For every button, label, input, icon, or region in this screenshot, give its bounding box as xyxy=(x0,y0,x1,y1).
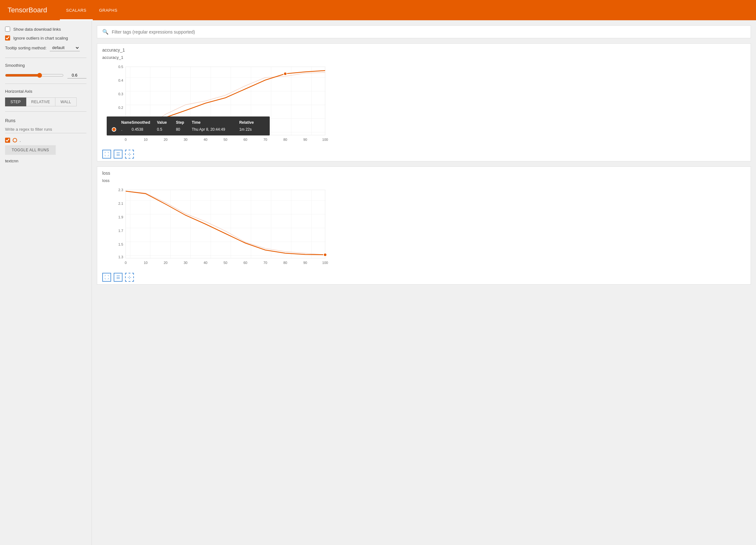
svg-text:0.3: 0.3 xyxy=(118,92,123,96)
loss-section-title: loss xyxy=(97,167,751,176)
ignore-outliers-row: Ignore outliers in chart scaling xyxy=(5,35,86,41)
runs-section: Runs . TOGGLE ALL RUNS textcnn xyxy=(5,118,86,163)
divider-2 xyxy=(5,84,86,84)
svg-text:100: 100 xyxy=(322,261,328,265)
loss-svg: 2.3 2.1 1.9 1.7 1.5 1.3 0 10 20 30 40 50… xyxy=(110,187,331,269)
smoothing-slider[interactable] xyxy=(5,73,64,78)
tooltip-col-name: Name xyxy=(121,120,132,125)
main-layout: Show data download links Ignore outliers… xyxy=(0,20,756,545)
svg-text:0.4: 0.4 xyxy=(118,78,123,82)
svg-text:20: 20 xyxy=(164,138,167,141)
run-radio-dot[interactable] xyxy=(13,138,17,142)
svg-text:10: 10 xyxy=(144,138,148,141)
svg-text:1.9: 1.9 xyxy=(118,215,123,219)
tooltip-data-row: . 0.4538 0.5 80 Thu Apr 8, 20:44:49 1m 2… xyxy=(112,127,265,132)
loss-chart-controls: ⛶ ☰ ⊹ xyxy=(97,270,751,284)
app-logo: TensorBoard xyxy=(8,6,47,14)
svg-text:0: 0 xyxy=(125,261,127,265)
horizontal-axis-label: Horizontal Axis xyxy=(5,89,86,94)
svg-text:80: 80 xyxy=(283,138,287,141)
svg-rect-18 xyxy=(126,190,325,258)
svg-text:40: 40 xyxy=(204,138,207,141)
tooltip-step-value: 80 xyxy=(176,127,192,132)
runs-filter-input[interactable] xyxy=(5,126,86,133)
textcnn-label: textcnn xyxy=(5,159,86,163)
svg-text:30: 30 xyxy=(184,138,187,141)
tooltip-time-value: Thu Apr 8, 20:44:49 xyxy=(192,127,239,132)
svg-text:50: 50 xyxy=(224,261,227,265)
chart-tooltip: Name Smoothed Value Step Time Relative .… xyxy=(107,116,270,135)
svg-text:90: 90 xyxy=(303,138,307,141)
axis-buttons: STEP RELATIVE WALL xyxy=(5,97,86,106)
tooltip-col-step: Step xyxy=(176,120,192,125)
accuracy-list-btn[interactable]: ☰ xyxy=(114,150,123,159)
svg-text:2.1: 2.1 xyxy=(118,202,123,205)
svg-text:30: 30 xyxy=(184,261,187,265)
tooltip-header: Name Smoothed Value Step Time Relative xyxy=(112,120,265,125)
accuracy-crosshair-btn[interactable]: ⊹ xyxy=(125,150,134,159)
loss-chart-card: loss loss 2.3 2.1 1.9 1.7 1.5 1 xyxy=(97,166,751,285)
svg-text:1.5: 1.5 xyxy=(118,242,123,246)
sidebar: Show data download links Ignore outliers… xyxy=(0,20,92,545)
ignore-outliers-checkbox[interactable] xyxy=(5,35,10,41)
smoothing-value-input[interactable] xyxy=(67,72,86,78)
smoothing-row xyxy=(5,72,86,78)
show-download-label: Show data download links xyxy=(13,27,61,32)
svg-text:100: 100 xyxy=(322,138,328,141)
loss-inner-title: loss xyxy=(97,176,751,184)
smoothing-label: Smoothing xyxy=(5,63,86,68)
tooltip-col-icon xyxy=(112,120,121,125)
show-download-row: Show data download links xyxy=(5,27,86,32)
svg-text:70: 70 xyxy=(263,138,267,141)
svg-text:60: 60 xyxy=(243,138,247,141)
svg-text:1.7: 1.7 xyxy=(118,229,123,233)
tooltip-col-time: Time xyxy=(192,120,239,125)
filter-tags-input[interactable] xyxy=(112,29,746,34)
content-area: 🔍 accuracy_1 accuracy_1 0.5 0. xyxy=(92,20,756,545)
svg-text:2.3: 2.3 xyxy=(118,188,123,192)
accuracy-highlight-dot xyxy=(284,72,287,75)
divider-1 xyxy=(5,58,86,58)
nav-scalars[interactable]: SCALARS xyxy=(60,0,93,20)
header: TensorBoard SCALARS GRAPHS xyxy=(0,0,756,20)
loss-list-btn[interactable]: ☰ xyxy=(114,273,123,282)
axis-btn-wall[interactable]: WALL xyxy=(55,97,76,106)
run-dot-label: . xyxy=(20,138,21,143)
svg-text:90: 90 xyxy=(303,261,307,265)
axis-btn-step[interactable]: STEP xyxy=(5,97,26,106)
runs-label: Runs xyxy=(5,118,86,123)
tooltip-sorting-select[interactable]: default descending ascending nearest xyxy=(50,44,80,51)
accuracy-expand-btn[interactable]: ⛶ xyxy=(102,150,111,159)
tooltip-col-smoothed: Smoothed xyxy=(132,120,157,125)
tooltip-col-value: Value xyxy=(157,120,176,125)
nav-graphs[interactable]: GRAPHS xyxy=(93,0,124,20)
loss-highlight-dot xyxy=(324,253,327,256)
toggle-all-runs-button[interactable]: TOGGLE ALL RUNS xyxy=(5,145,56,155)
tooltip-col-relative: Relative xyxy=(239,120,265,125)
svg-text:60: 60 xyxy=(243,261,247,265)
svg-text:10: 10 xyxy=(144,261,148,265)
run-checkbox-dot[interactable] xyxy=(5,138,10,143)
run-row-dot: . xyxy=(5,138,86,143)
accuracy-section-title: accuracy_1 xyxy=(97,44,751,53)
accuracy-chart-controls: ⛶ ☰ ⊹ xyxy=(97,147,751,161)
loss-crosshair-btn[interactable]: ⊹ xyxy=(125,273,134,282)
svg-text:40: 40 xyxy=(204,261,207,265)
show-download-checkbox[interactable] xyxy=(5,27,10,32)
tooltip-value-value: 0.5 xyxy=(157,127,176,132)
svg-text:50: 50 xyxy=(224,138,227,141)
svg-text:80: 80 xyxy=(283,261,287,265)
accuracy-chart-card: accuracy_1 accuracy_1 0.5 0.4 0.3 0.2 xyxy=(97,43,751,161)
filter-bar: 🔍 xyxy=(97,25,751,38)
loss-expand-btn[interactable]: ⛶ xyxy=(102,273,111,282)
ignore-outliers-label: Ignore outliers in chart scaling xyxy=(13,36,68,41)
tooltip-sorting-label: Tooltip sorting method: xyxy=(5,46,47,50)
tooltip-dot xyxy=(112,127,121,132)
axis-btn-relative[interactable]: RELATIVE xyxy=(26,97,56,106)
tooltip-name-value: . xyxy=(121,127,132,132)
main-nav: SCALARS GRAPHS xyxy=(60,0,124,20)
tooltip-smoothed-value: 0.4538 xyxy=(132,127,157,132)
search-icon: 🔍 xyxy=(102,29,109,35)
divider-3 xyxy=(5,111,86,112)
svg-text:1.3: 1.3 xyxy=(118,255,123,259)
